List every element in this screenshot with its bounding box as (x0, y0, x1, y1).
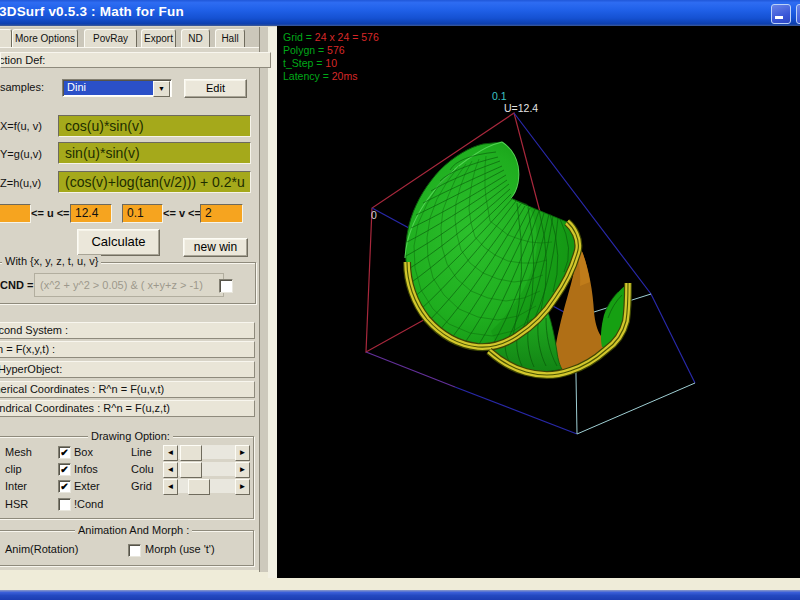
svg-text:Grid = 24 x 24 = 576: Grid = 24 x 24 = 576 (283, 31, 379, 43)
svg-text:0.1: 0.1 (492, 90, 507, 102)
svg-text:Latency = 20ms: Latency = 20ms (283, 70, 357, 82)
svg-text:U=12.4: U=12.4 (504, 102, 538, 114)
svg-text:0: 0 (371, 209, 377, 221)
svg-text:t_Step = 10: t_Step = 10 (283, 57, 337, 69)
svg-text:Polygn = 576: Polygn = 576 (283, 44, 345, 56)
